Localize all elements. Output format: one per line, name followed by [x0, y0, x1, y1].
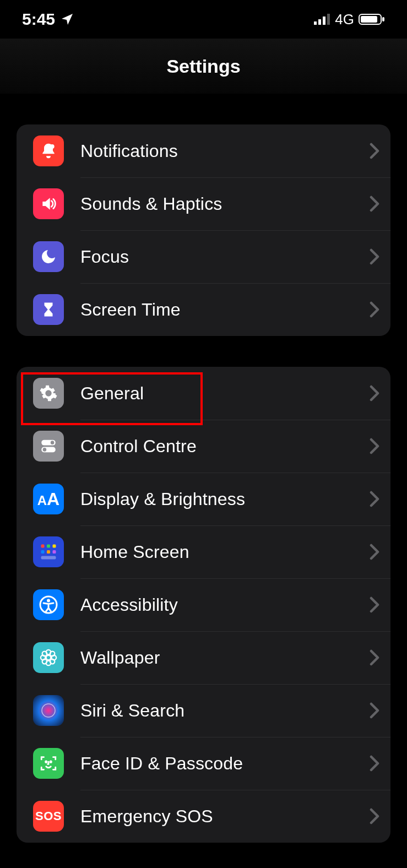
svg-point-20: [47, 599, 50, 603]
textsize-icon: AA: [33, 484, 64, 514]
row-label: Notifications: [80, 141, 370, 161]
row-wallpaper[interactable]: Wallpaper: [17, 631, 390, 684]
network-label: 4G: [335, 11, 354, 28]
svg-point-9: [51, 441, 55, 444]
speaker-icon: [33, 188, 64, 219]
row-control-centre[interactable]: Control Centre: [17, 420, 390, 473]
svg-rect-14: [53, 545, 56, 548]
hourglass-icon: [33, 294, 64, 325]
row-siri-search[interactable]: Siri & Search: [17, 684, 390, 737]
svg-rect-2: [323, 17, 325, 25]
row-label: Wallpaper: [80, 648, 370, 668]
status-time: 5:45: [22, 10, 55, 29]
nav-header: Settings: [0, 39, 407, 94]
status-left: 5:45: [22, 10, 74, 29]
row-label: Emergency SOS: [80, 806, 370, 827]
chevron-right-icon: [370, 755, 379, 772]
accessibility-icon: [33, 589, 64, 620]
row-label: Display & Brightness: [80, 489, 370, 509]
chevron-right-icon: [370, 143, 379, 159]
svg-rect-16: [47, 550, 50, 554]
svg-rect-18: [41, 556, 56, 560]
svg-rect-13: [47, 545, 50, 548]
row-label: General: [80, 383, 370, 404]
notifications-icon: [33, 135, 64, 166]
chevron-right-icon: [370, 385, 379, 402]
chevron-right-icon: [370, 808, 379, 824]
svg-rect-3: [327, 14, 330, 25]
svg-rect-12: [41, 545, 45, 548]
svg-rect-17: [53, 550, 56, 554]
row-label: Screen Time: [80, 300, 370, 320]
chevron-right-icon: [370, 196, 379, 212]
row-sounds-haptics[interactable]: Sounds & Haptics: [17, 177, 390, 230]
page-title: Settings: [166, 56, 240, 77]
row-label: Focus: [80, 247, 370, 267]
row-display-brightness[interactable]: AA Display & Brightness: [17, 473, 390, 525]
row-faceid-passcode[interactable]: Face ID & Passcode: [17, 737, 390, 790]
status-bar: 5:45 4G: [0, 0, 407, 39]
svg-rect-15: [41, 550, 45, 554]
row-label: Face ID & Passcode: [80, 753, 370, 774]
sos-icon-text: SOS: [35, 809, 62, 823]
flower-icon: [33, 642, 64, 673]
chevron-right-icon: [370, 596, 379, 613]
chevron-right-icon: [370, 438, 379, 454]
moon-icon: [33, 241, 64, 272]
svg-rect-5: [361, 16, 377, 23]
svg-rect-1: [318, 19, 321, 25]
chevron-right-icon: [370, 649, 379, 666]
battery-icon: [359, 13, 385, 26]
row-home-screen[interactable]: Home Screen: [17, 525, 390, 578]
row-general[interactable]: General: [17, 367, 390, 420]
svg-rect-6: [382, 17, 384, 21]
svg-point-7: [50, 144, 55, 149]
settings-content: Notifications Sounds & Haptics Focus: [0, 124, 407, 843]
siri-icon: [33, 695, 64, 726]
svg-point-30: [42, 704, 55, 717]
row-label: Sounds & Haptics: [80, 194, 370, 214]
status-right: 4G: [314, 11, 385, 28]
row-label: Home Screen: [80, 542, 370, 562]
face-id-icon: [33, 748, 64, 779]
gear-icon: [33, 378, 64, 409]
settings-group-2: General Control Centre AA Display & Brig…: [17, 367, 390, 843]
cellular-signal-icon: [314, 14, 330, 25]
svg-point-21: [46, 655, 51, 660]
row-accessibility[interactable]: Accessibility: [17, 578, 390, 631]
svg-point-32: [50, 761, 51, 762]
chevron-right-icon: [370, 491, 379, 507]
sos-icon: SOS: [33, 801, 64, 832]
chevron-right-icon: [370, 301, 379, 318]
location-icon: [61, 13, 74, 26]
settings-group-1: Notifications Sounds & Haptics Focus: [17, 124, 390, 336]
row-label: Control Centre: [80, 436, 370, 457]
svg-rect-0: [314, 21, 317, 25]
row-notifications[interactable]: Notifications: [17, 124, 390, 177]
row-focus[interactable]: Focus: [17, 230, 390, 283]
row-screen-time[interactable]: Screen Time: [17, 283, 390, 336]
row-emergency-sos[interactable]: SOS Emergency SOS: [17, 790, 390, 843]
chevron-right-icon: [370, 702, 379, 719]
toggles-icon: [33, 431, 64, 462]
svg-point-11: [43, 448, 47, 452]
row-label: Siri & Search: [80, 701, 370, 721]
chevron-right-icon: [370, 248, 379, 265]
chevron-right-icon: [370, 544, 379, 560]
app-grid-icon: [33, 536, 64, 567]
svg-point-31: [46, 761, 47, 762]
row-label: Accessibility: [80, 595, 370, 615]
